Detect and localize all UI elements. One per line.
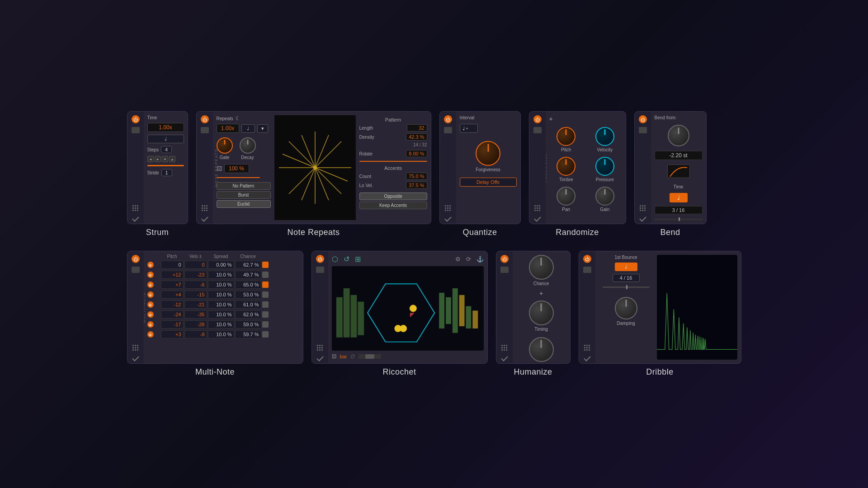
- nr-percent-value[interactable]: 100 %: [224, 164, 249, 173]
- bend-power-btn[interactable]: [639, 115, 647, 123]
- drib-slider-handle[interactable]: [626, 285, 627, 289]
- mn-row6-spread[interactable]: 10.0 %: [208, 320, 234, 328]
- ric-slider[interactable]: [359, 354, 381, 359]
- ric-settings-icon[interactable]: ⚙: [455, 256, 461, 263]
- nr-power-btn[interactable]: [201, 115, 209, 123]
- strum-power-btn[interactable]: [132, 115, 140, 123]
- mn-row1-power[interactable]: ⏻: [147, 272, 154, 278]
- q-power-btn[interactable]: [444, 115, 452, 123]
- bend-main-knob[interactable]: [668, 125, 689, 146]
- mn-row0-velo[interactable]: 0: [184, 261, 207, 269]
- strum-arr4[interactable]: ▴: [169, 156, 175, 162]
- mn-row7-chance[interactable]: 59.7 %: [235, 330, 261, 338]
- nr-decay-knob[interactable]: [240, 137, 256, 154]
- nr-time-value[interactable]: 1.00x: [217, 124, 239, 133]
- mn-row2-chance[interactable]: 65.0 %: [235, 281, 261, 289]
- mn-row3-power[interactable]: ⏻: [147, 291, 154, 298]
- nr-length-val[interactable]: 32: [407, 124, 427, 131]
- q-delay-offs-btn[interactable]: Delay Offs: [460, 178, 517, 187]
- mn-row2-power[interactable]: ⏻: [147, 282, 154, 288]
- bend-note-btn[interactable]: ♩: [670, 193, 688, 202]
- hum-timing-knob[interactable]: [529, 300, 554, 325]
- mn-row2-pitch[interactable]: +7: [161, 281, 184, 289]
- nr-opposite-btn[interactable]: Opposite: [359, 192, 427, 200]
- nr-rotate-val[interactable]: 8.00 %: [406, 150, 427, 157]
- mn-row5-spread[interactable]: 10.0 %: [208, 310, 234, 319]
- nr-lovel-val[interactable]: 37.5 %: [406, 182, 427, 189]
- nr-note-select[interactable]: ♩: [241, 124, 255, 133]
- bend-fraction[interactable]: 3 / 16: [655, 206, 703, 214]
- nr-menu-icon[interactable]: [201, 127, 209, 133]
- mn-row1-velo[interactable]: -23: [184, 271, 207, 279]
- bend-value[interactable]: -2.20 st: [655, 151, 703, 160]
- nr-no-pattern-btn[interactable]: No Pattern: [217, 182, 271, 190]
- mn-row2-dot[interactable]: [262, 282, 269, 288]
- mn-row1-spread[interactable]: 10.0 %: [208, 271, 234, 279]
- ric-hexagon-icon[interactable]: ⬡: [332, 255, 338, 263]
- q-forgiveness-knob[interactable]: [476, 141, 500, 166]
- rand-power-btn[interactable]: [533, 115, 542, 123]
- mn-row4-pitch[interactable]: -12: [161, 300, 184, 309]
- hum-menu-icon[interactable]: [500, 267, 509, 273]
- strum-arr2[interactable]: ▸: [155, 156, 161, 162]
- mn-row3-velo[interactable]: -15: [184, 291, 207, 299]
- rand-velocity-knob[interactable]: [595, 127, 614, 146]
- rand-menu-icon[interactable]: [533, 127, 542, 133]
- strum-menu-icon[interactable]: [132, 127, 140, 133]
- mn-row4-chance[interactable]: 61.0 %: [235, 300, 261, 309]
- nr-density-val[interactable]: 42.3 %: [406, 133, 427, 141]
- ric-power-btn[interactable]: [316, 255, 324, 263]
- mn-row4-power[interactable]: ⏻: [147, 301, 154, 308]
- mn-row5-velo[interactable]: -35: [184, 310, 207, 319]
- mn-row0-power[interactable]: ⏻: [147, 262, 154, 268]
- q-menu-icon[interactable]: [444, 127, 452, 133]
- ric-grid2-icon[interactable]: ⊞: [355, 255, 361, 263]
- drib-damping-knob[interactable]: [615, 297, 637, 319]
- mn-row2-spread[interactable]: 10.0 %: [208, 281, 234, 289]
- mn-row0-pitch[interactable]: 0: [161, 261, 184, 269]
- nr-note-chevron[interactable]: ▾: [257, 124, 268, 133]
- nr-burst-btn[interactable]: Burst: [217, 191, 271, 199]
- strum-time-value[interactable]: 1.00x: [147, 123, 184, 132]
- bend-slider-handle[interactable]: [679, 217, 680, 221]
- mn-row7-pitch[interactable]: +3: [161, 330, 184, 338]
- mn-row7-spread[interactable]: 10.0 %: [208, 330, 234, 338]
- mn-row7-power[interactable]: ⏻: [147, 331, 154, 338]
- ric-anchor-icon[interactable]: ⚓: [476, 256, 484, 263]
- mn-menu-icon[interactable]: [132, 267, 140, 273]
- ric-loop-icon[interactable]: ⟳: [466, 256, 471, 263]
- mn-row3-chance[interactable]: 53.0 %: [235, 291, 261, 299]
- mn-row5-pitch[interactable]: -24: [161, 310, 184, 319]
- strum-steps-val[interactable]: 4: [161, 146, 172, 153]
- mn-row0-chance[interactable]: 62.7 %: [235, 261, 261, 269]
- rand-pan-knob[interactable]: [557, 187, 576, 206]
- mn-row3-pitch[interactable]: +4: [161, 291, 184, 299]
- mn-row6-velo[interactable]: -28: [184, 320, 207, 328]
- mn-row6-dot[interactable]: [262, 321, 269, 328]
- strum-note-select[interactable]: ♩: [147, 135, 184, 143]
- mn-row1-chance[interactable]: 49.7 %: [235, 271, 261, 279]
- mn-row7-dot[interactable]: [262, 331, 269, 338]
- mn-row3-spread[interactable]: 10.0 %: [208, 291, 234, 299]
- bend-menu-icon[interactable]: [639, 127, 647, 133]
- mn-row0-spread[interactable]: 0.00 %: [208, 261, 234, 269]
- mn-power-btn[interactable]: [132, 255, 140, 263]
- mn-row5-dot[interactable]: [262, 311, 269, 318]
- rand-gain-knob[interactable]: [595, 187, 614, 206]
- hum-velocity-knob[interactable]: [529, 337, 554, 362]
- rand-pitch-knob[interactable]: [557, 127, 576, 146]
- mn-row6-pitch[interactable]: -17: [161, 320, 184, 328]
- q-note-dropdown[interactable]: ♩ ▾: [460, 124, 478, 133]
- rand-timbre-knob[interactable]: [557, 157, 576, 176]
- nr-euclid-btn[interactable]: Euclid: [217, 200, 271, 208]
- drib-note-btn[interactable]: ♩: [615, 263, 637, 271]
- mn-row0-dot[interactable]: [262, 262, 269, 268]
- mn-row5-power[interactable]: ⏻: [147, 311, 154, 318]
- hum-power-btn[interactable]: [500, 255, 509, 263]
- nr-count-val[interactable]: 75.0 %: [406, 173, 427, 180]
- mn-row4-dot[interactable]: [262, 301, 269, 308]
- rand-pressure-knob[interactable]: [595, 157, 614, 176]
- nr-keep-accents-btn[interactable]: Keep Accents: [359, 202, 427, 209]
- strum-stride-val[interactable]: 1: [161, 169, 172, 176]
- ric-menu-icon[interactable]: [316, 267, 324, 273]
